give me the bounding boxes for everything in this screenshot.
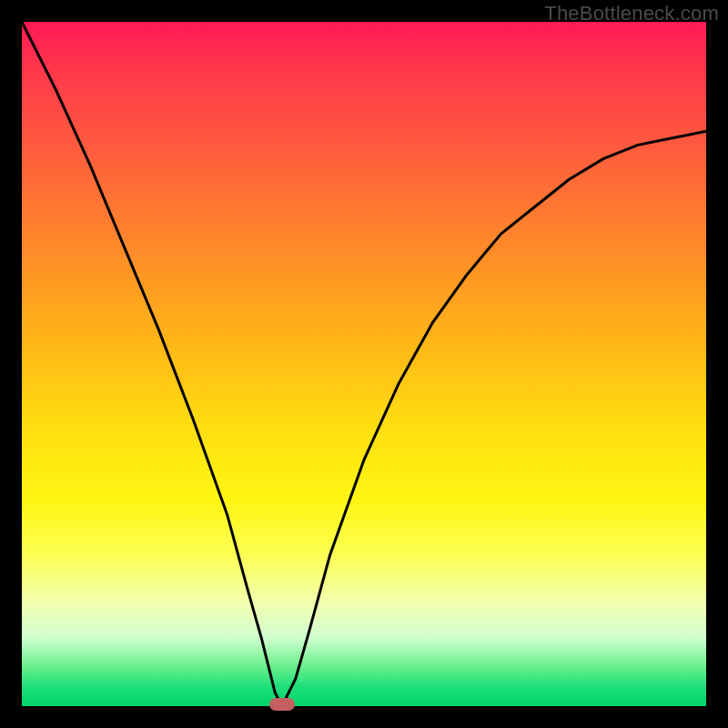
watermark-text: TheBottleneck.com xyxy=(544,2,719,25)
plot-area xyxy=(22,22,706,706)
optimal-marker xyxy=(269,698,295,711)
bottleneck-curve xyxy=(22,22,706,706)
chart-frame: TheBottleneck.com xyxy=(0,0,728,728)
